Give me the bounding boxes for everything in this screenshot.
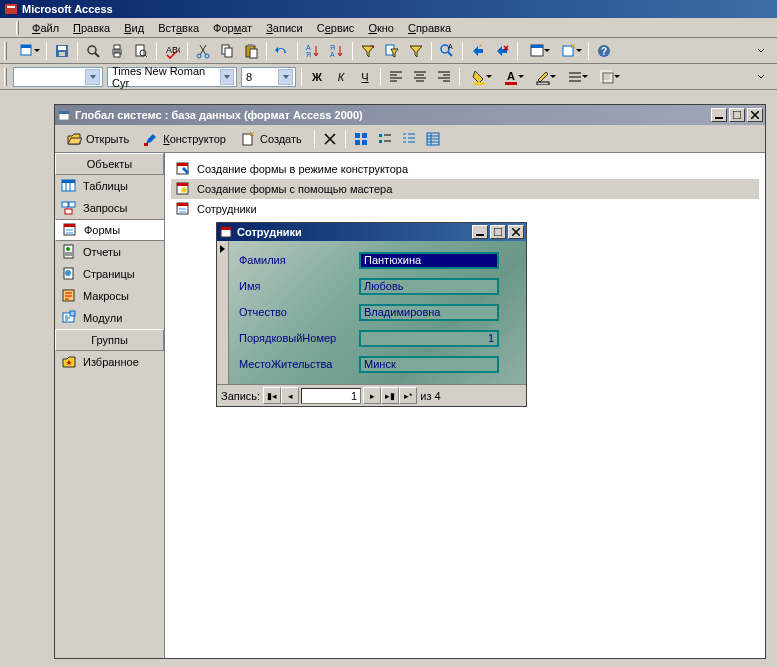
menu-insert[interactable]: Вставка [151,20,206,36]
objects-tables[interactable]: Таблицы [55,175,164,197]
toolbar-overflow[interactable] [750,40,772,62]
objects-modules[interactable]: Модули [55,307,164,329]
list-create-design[interactable]: Создание формы в режиме конструктора [171,159,759,179]
save-button[interactable] [51,40,73,62]
view-list-button[interactable] [398,128,420,150]
form-minimize-button[interactable] [472,225,488,239]
db-close-button[interactable] [747,108,763,122]
db-design-button[interactable]: Конструктор [138,128,231,150]
view-details-button[interactable] [422,128,444,150]
form-titlebar[interactable]: Сотрудники [217,223,526,241]
menu-view[interactable]: Вид [117,20,151,36]
sort-desc-button[interactable]: ЯА [326,40,348,62]
field-residence[interactable]: Минск [359,356,499,373]
menu-file[interactable]: Файл [25,20,66,36]
paste-button[interactable] [240,40,262,62]
db-new-button[interactable]: Создать [235,128,307,150]
align-right-button[interactable] [433,66,455,88]
fill-color-button[interactable] [464,66,494,88]
objects-pages[interactable]: Страницы [55,263,164,285]
db-open-button[interactable]: Открыть [61,128,134,150]
apply-filter-button[interactable] [405,40,427,62]
size-combo[interactable]: 8 [241,67,296,87]
search-button[interactable] [82,40,104,62]
new-object-button[interactable] [554,40,584,62]
menu-help[interactable]: Справка [401,20,458,36]
list-form-employees[interactable]: Сотрудники [171,199,759,219]
objects-macros[interactable]: Макросы [55,285,164,307]
align-left-button[interactable] [385,66,407,88]
sort-asc-button[interactable]: АЯ [302,40,324,62]
svg-rect-39 [505,82,517,85]
delete-record-button[interactable] [491,40,513,62]
db-maximize-button[interactable] [729,108,745,122]
menu-tools[interactable]: Сервис [310,20,362,36]
help-button[interactable]: ? [593,40,615,62]
underline-button[interactable]: Ч [354,66,376,88]
filter-selection-button[interactable] [357,40,379,62]
database-titlebar[interactable]: Глобал системс : база данных (формат Acc… [55,105,765,125]
undo-button[interactable] [271,40,293,62]
field-lastname[interactable]: Пантюхина [359,252,499,269]
cut-button[interactable] [192,40,214,62]
filter-form-button[interactable] [381,40,403,62]
groups-header[interactable]: Группы [55,329,164,351]
view-button[interactable] [12,40,42,62]
record-selector[interactable] [217,241,229,384]
objects-reports[interactable]: Отчеты [55,241,164,263]
toolbar-handle[interactable] [4,42,7,60]
db-minimize-button[interactable] [711,108,727,122]
font-color-button[interactable]: A [496,66,526,88]
objects-header[interactable]: Объекты [55,153,164,175]
menu-window[interactable]: Окно [361,20,401,36]
nav-new-button[interactable]: ▸* [399,387,417,404]
line-color-button[interactable] [528,66,558,88]
field-firstname[interactable]: Любовь [359,278,499,295]
svg-rect-78 [179,208,186,210]
menu-format[interactable]: Формат [206,20,259,36]
nav-current[interactable]: 1 [301,388,361,404]
nav-last-button[interactable]: ▸▮ [381,387,399,404]
view-small-icons-button[interactable] [374,128,396,150]
special-effect-button[interactable] [592,66,622,88]
db-delete-button[interactable] [319,128,341,150]
nav-first-button[interactable]: ▮◂ [263,387,281,404]
nav-label: Запись: [221,390,260,402]
svg-rect-22 [250,49,257,58]
objects-forms[interactable]: Формы [55,219,164,241]
find-button[interactable]: A [436,40,458,62]
field-middlename[interactable]: Владимировна [359,304,499,321]
objects-queries[interactable]: Запросы [55,197,164,219]
field-ordinal[interactable]: 1 [359,330,499,347]
view-large-icons-button[interactable] [350,128,372,150]
nav-next-button[interactable]: ▸ [363,387,381,404]
db-window-button[interactable] [522,40,552,62]
menu-edit[interactable]: Правка [66,20,117,36]
svg-rect-47 [144,143,148,146]
svg-point-66 [66,247,70,251]
svg-line-8 [95,53,99,57]
bold-button[interactable]: Ж [306,66,328,88]
form-maximize-button[interactable] [490,225,506,239]
label-firstname: Имя [239,280,359,292]
font-combo[interactable]: Times New Roman Cyr [107,67,237,87]
form-close-button[interactable] [508,225,524,239]
fmt-overflow[interactable] [750,66,772,88]
list-create-wizard[interactable]: Создание формы с помощью мастера [171,179,759,199]
preview-button[interactable] [130,40,152,62]
groups-favorites[interactable]: Избранное [55,351,164,373]
svg-rect-60 [65,209,72,214]
copy-button[interactable] [216,40,238,62]
nav-prev-button[interactable]: ◂ [281,387,299,404]
align-center-button[interactable] [409,66,431,88]
object-combo[interactable] [13,67,103,87]
menu-records[interactable]: Записи [259,20,310,36]
fmt-handle[interactable] [4,68,7,86]
line-width-button[interactable] [560,66,590,88]
print-button[interactable] [106,40,128,62]
new-record-button[interactable]: * [467,40,489,62]
menubar-handle[interactable] [16,21,19,35]
italic-button[interactable]: К [330,66,352,88]
svg-rect-0 [5,4,17,14]
spell-button[interactable]: ABC [161,40,183,62]
